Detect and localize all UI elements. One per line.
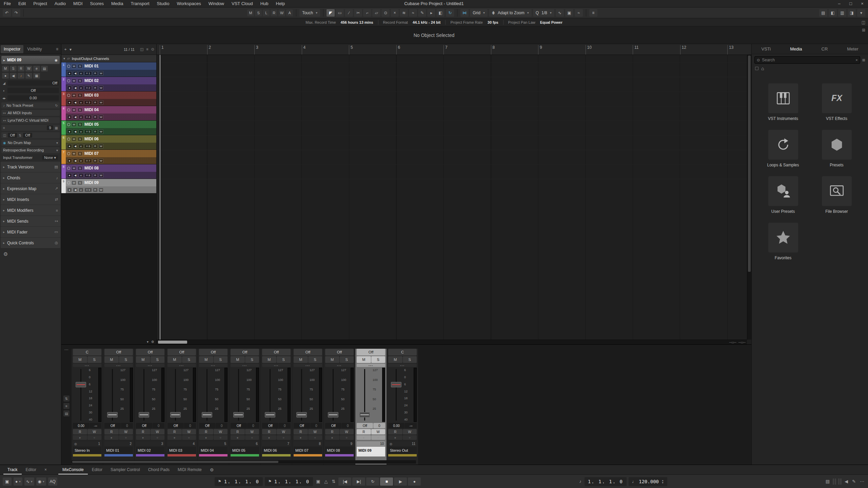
mixer-strip-stereo-out[interactable]: CMS•••60612182430400.00-∞RWe○◎11Stereo O…: [387, 349, 418, 465]
pan-control[interactable]: Off: [357, 349, 385, 355]
tab-sampler-control[interactable]: Sampler Control: [106, 465, 144, 474]
track-row-midi-05[interactable]: 5MSMIDI 05●◀e≡ 5RW: [61, 121, 156, 135]
right-locator-display[interactable]: ⚑ 1. 1. 1. 0: [265, 477, 313, 486]
fader-value[interactable]: Off: [294, 423, 310, 428]
write-automation-button[interactable]: W: [182, 429, 196, 434]
track-solo-button[interactable]: S: [78, 166, 82, 170]
setup-window-layout-button[interactable]: ▤: [819, 9, 827, 17]
peak-value[interactable]: -∞: [90, 423, 101, 428]
read-automation-button[interactable]: R: [93, 144, 98, 148]
track-solo-button[interactable]: S: [78, 181, 82, 185]
strip-options-row[interactable]: •••: [262, 364, 291, 367]
record-enable-button[interactable]: ●: [67, 71, 72, 76]
edit-channel-button[interactable]: e: [79, 115, 83, 119]
peak-value[interactable]: 0: [342, 423, 354, 428]
fader-slot[interactable]: [231, 368, 246, 422]
section-expand-icon[interactable]: ▸: [3, 198, 5, 201]
inspector-menu-icon[interactable]: ≡: [56, 47, 60, 52]
strip-options-row[interactable]: •••: [73, 364, 101, 367]
mixer-scrollbar[interactable]: [72, 460, 416, 464]
track-color-strip[interactable]: 2: [61, 77, 66, 91]
edit-channel-button[interactable]: e: [294, 435, 308, 440]
h-zoom-slider[interactable]: ─▭─: [729, 341, 736, 344]
read-automation-button[interactable]: R: [73, 429, 87, 434]
global-s-button[interactable]: S: [255, 9, 262, 16]
strip-options-row[interactable]: •••: [136, 364, 164, 367]
play-button[interactable]: ▶: [394, 477, 407, 486]
fader-handle[interactable]: [265, 412, 275, 418]
time-warp-tool[interactable]: ≈: [409, 9, 417, 17]
preset-reload-icon[interactable]: ↻: [55, 104, 58, 107]
media-view-grid-icon[interactable]: ⊞: [862, 58, 865, 62]
input-transformer-value[interactable]: None ▾: [42, 155, 58, 160]
draw-button[interactable]: ✎: [25, 73, 32, 79]
section-expand-icon[interactable]: ▸: [3, 230, 5, 234]
drum-map-row[interactable]: ◉ No Drum Map ▾: [1, 140, 60, 146]
bypass-inserts-button[interactable]: ○: [214, 435, 228, 440]
use-track-preset-icon[interactable]: ▾: [70, 47, 72, 52]
record-enable-button[interactable]: ●: [67, 86, 72, 90]
undo-icon[interactable]: ↶: [3, 9, 11, 17]
monitor-button[interactable]: ◀: [73, 144, 78, 148]
global-r-button[interactable]: R: [271, 9, 277, 16]
write-automation-button[interactable]: W: [99, 159, 103, 163]
input-transformer-row[interactable]: Input Transformer None ▾: [1, 155, 60, 161]
comp-tool[interactable]: ≋: [400, 9, 408, 17]
split-tool[interactable]: ✂: [354, 9, 362, 17]
pan-control[interactable]: C: [73, 349, 101, 355]
mixer-strip-midi-05[interactable]: OffMS•••127100755025Off0RWe○6MIDI 05: [229, 349, 260, 465]
object-selection-tool[interactable]: ◤: [327, 9, 335, 17]
bypass-inserts-button[interactable]: ○: [340, 435, 354, 440]
channel-mute-button[interactable]: M: [167, 356, 182, 363]
menu-edit[interactable]: Edit: [15, 0, 29, 7]
track-channel-display[interactable]: ≡ 7: [84, 159, 92, 163]
edit-channel-button[interactable]: e: [79, 144, 83, 148]
mute-tool[interactable]: ×: [391, 9, 399, 17]
delay-field[interactable]: 0.00: [7, 95, 59, 101]
fader-slot[interactable]: [136, 368, 152, 422]
tab-vsti[interactable]: VSTi: [758, 45, 774, 53]
write-automation-button[interactable]: W: [25, 66, 32, 72]
track-row-midi-06[interactable]: 6MSMIDI 06●◀e≡ 6RW: [61, 135, 156, 150]
pan-control[interactable]: Off: [294, 349, 322, 355]
tab-inspector[interactable]: Inspector: [1, 45, 23, 53]
fader-slot[interactable]: [357, 368, 372, 422]
edit-channel-button[interactable]: e: [79, 173, 83, 178]
channel-mute-button[interactable]: M: [357, 356, 371, 363]
output-routing-row[interactable]: ↤ LynxTWO-C Virtual MIDI: [1, 117, 60, 123]
pan-field[interactable]: Off: [7, 88, 59, 93]
track-mute-button[interactable]: M: [72, 122, 76, 127]
goto-end-button[interactable]: ▶|: [352, 477, 365, 486]
record-enable-button[interactable]: ●: [2, 73, 9, 79]
write-automation-button[interactable]: W: [99, 188, 103, 192]
punch-lock-icon[interactable]: ▣: [315, 479, 321, 484]
meter-bridge-icon[interactable]: ⇅: [63, 395, 70, 402]
bypass-inserts-button[interactable]: ○: [151, 435, 165, 440]
record-enable-button[interactable]: ●: [67, 100, 72, 105]
monitor-button[interactable]: ◀: [73, 115, 78, 119]
lower-zone-setup-gear-icon[interactable]: ⚙: [207, 467, 217, 472]
record-enable-button[interactable]: ●: [67, 188, 72, 192]
monitor-button[interactable]: ◀: [73, 71, 78, 76]
info-bar-options-icon[interactable]: ◫: [862, 20, 865, 25]
mixer-views-icon[interactable]: ≡: [63, 403, 70, 409]
pan-control[interactable]: Off: [262, 349, 291, 355]
edit-channel-button[interactable]: e: [79, 71, 83, 76]
quantize-dropdown[interactable]: Q 1/8 ▾: [533, 9, 554, 17]
edit-channel-button[interactable]: e: [388, 435, 402, 440]
cycle-button[interactable]: ↻: [366, 477, 379, 486]
transport-more-icon[interactable]: ⋯: [859, 479, 865, 484]
track-row-midi-09[interactable]: 9MSMIDI 09●◀e≡ 9RW: [61, 179, 156, 194]
write-automation-button[interactable]: W: [99, 144, 103, 148]
channel-name[interactable]: MIDI 08: [325, 447, 354, 454]
media-search-box[interactable]: ⊙ ×: [754, 56, 860, 64]
fader-handle[interactable]: [202, 412, 212, 418]
fader-slot[interactable]: [73, 368, 88, 422]
mixer-drag-handle[interactable]: ⋯: [64, 347, 69, 352]
strip-options-row[interactable]: •••: [167, 364, 196, 367]
glue-tool[interactable]: ⌐: [363, 9, 371, 17]
track-color-strip[interactable]: 8: [61, 164, 66, 179]
edit-channel-button[interactable]: e: [79, 86, 83, 90]
track-list-options-icon[interactable]: ≡: [146, 47, 148, 52]
read-automation-button[interactable]: R: [388, 429, 402, 434]
